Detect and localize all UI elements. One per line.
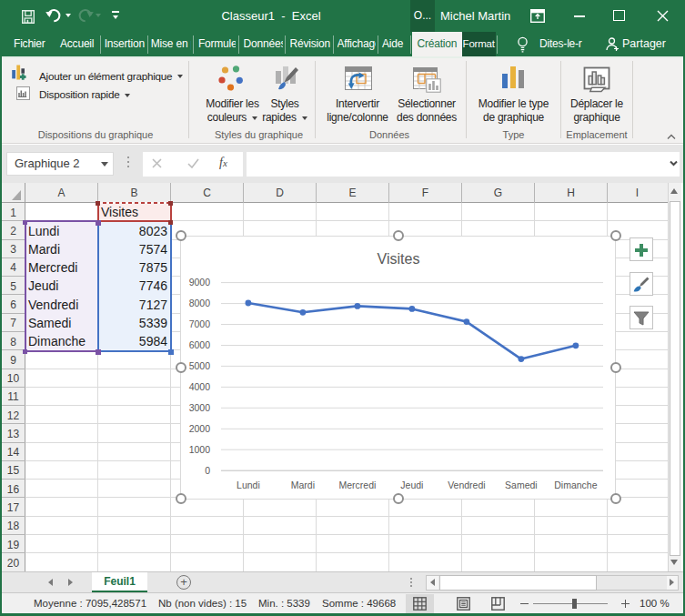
svg-text:5000: 5000 xyxy=(189,360,211,371)
svg-text:4000: 4000 xyxy=(189,381,211,392)
svg-text:7000: 7000 xyxy=(189,318,211,329)
svg-text:2000: 2000 xyxy=(189,423,211,434)
svg-text:Visites: Visites xyxy=(378,251,420,267)
svg-text:8000: 8000 xyxy=(189,298,211,308)
svg-text:6000: 6000 xyxy=(189,339,211,350)
svg-text:1000: 1000 xyxy=(189,444,211,455)
svg-text:Lundi: Lundi xyxy=(237,480,260,490)
svg-text:Jeudi: Jeudi xyxy=(400,480,423,490)
svg-text:Vendredi: Vendredi xyxy=(448,480,485,490)
svg-text:0: 0 xyxy=(205,465,210,476)
svg-text:Mardi: Mardi xyxy=(291,480,315,490)
svg-text:3000: 3000 xyxy=(189,402,211,413)
svg-text:Samedi: Samedi xyxy=(505,480,538,490)
svg-text:Dimanche: Dimanche xyxy=(554,480,597,490)
svg-text:9000: 9000 xyxy=(189,277,211,288)
svg-text:Mercredi: Mercredi xyxy=(338,480,376,490)
